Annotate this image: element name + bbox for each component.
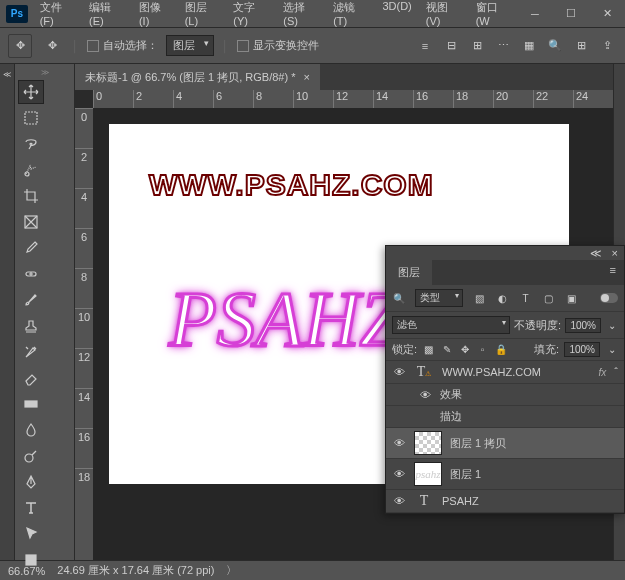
menu-filter[interactable]: 滤镜(T) bbox=[327, 0, 374, 31]
status-bar: 66.67% 24.69 厘米 x 17.64 厘米 (72 ppi) 〉 bbox=[0, 560, 625, 580]
type-tool[interactable] bbox=[18, 496, 44, 520]
gradient-tool[interactable] bbox=[18, 392, 44, 416]
panel-menu-icon[interactable]: ≡ bbox=[602, 260, 624, 285]
layer-row[interactable]: 👁 T⚠ WWW.PSAHZ.COM fx ˆ bbox=[386, 361, 624, 384]
filter-pixel-icon[interactable]: ▧ bbox=[473, 292, 486, 305]
more-icon[interactable]: ⋯ bbox=[493, 36, 513, 56]
menu-file[interactable]: 文件(F) bbox=[34, 0, 81, 31]
options-bar: ✥ ✥ │ 自动选择： 图层 │ 显示变换控件 ≡ ⊟ ⊞ ⋯ ▦ 🔍 ⊞ ⇪ bbox=[0, 28, 625, 64]
ruler-vertical: 024681012141618 bbox=[75, 108, 93, 560]
crop-tool[interactable] bbox=[18, 184, 44, 208]
stamp-tool[interactable] bbox=[18, 314, 44, 338]
svg-rect-0 bbox=[25, 112, 37, 124]
doc-dimensions: 24.69 厘米 x 17.64 厘米 (72 ppi) bbox=[57, 563, 214, 578]
pen-tool[interactable] bbox=[18, 470, 44, 494]
filter-shape-icon[interactable]: ▢ bbox=[542, 292, 555, 305]
3d-mode-icon[interactable]: ▦ bbox=[519, 36, 539, 56]
app-logo: Ps bbox=[6, 5, 28, 23]
lock-position-icon[interactable]: ✥ bbox=[458, 343, 471, 356]
visibility-icon[interactable]: 👁 bbox=[392, 366, 406, 378]
quick-select-tool[interactable] bbox=[18, 158, 44, 182]
maximize-icon[interactable]: ☐ bbox=[553, 0, 589, 28]
auto-select-checkbox[interactable]: 自动选择： bbox=[87, 38, 158, 53]
chevron-down-icon[interactable]: ⌄ bbox=[605, 319, 618, 332]
collapsed-panel-strip[interactable]: ≪ bbox=[0, 64, 15, 560]
align-icon[interactable]: ⊟ bbox=[441, 36, 461, 56]
dodge-tool[interactable] bbox=[18, 444, 44, 468]
filter-type-icon[interactable]: T bbox=[519, 292, 532, 305]
share-icon[interactable]: ⇪ bbox=[597, 36, 617, 56]
blend-mode-select[interactable]: 滤色 bbox=[392, 316, 510, 334]
menu-layer[interactable]: 图层(L) bbox=[179, 0, 226, 31]
opacity-input[interactable]: 100% bbox=[565, 318, 601, 333]
svg-point-1 bbox=[25, 172, 29, 176]
search-icon[interactable]: 🔍 bbox=[545, 36, 565, 56]
menu-image[interactable]: 图像(I) bbox=[133, 0, 177, 31]
move-icon[interactable]: ✥ bbox=[40, 34, 64, 58]
close-icon[interactable]: ✕ bbox=[589, 0, 625, 28]
history-brush-tool[interactable] bbox=[18, 340, 44, 364]
layers-list: 👁 T⚠ WWW.PSAHZ.COM fx ˆ 👁 效果 描边 👁 图层 1 拷… bbox=[386, 361, 624, 513]
workspace-icon[interactable]: ⊞ bbox=[571, 36, 591, 56]
visibility-icon[interactable]: 👁 bbox=[392, 437, 406, 449]
blur-tool[interactable] bbox=[18, 418, 44, 442]
filter-kind-select[interactable]: 类型 bbox=[415, 289, 463, 307]
visibility-icon[interactable]: 👁 bbox=[392, 468, 406, 480]
menu-edit[interactable]: 编辑(E) bbox=[83, 0, 131, 31]
layer-filter-row: 🔍 类型 ▧ ◐ T ▢ ▣ bbox=[386, 285, 624, 312]
menu-view[interactable]: 视图(V) bbox=[420, 0, 468, 31]
layer-row[interactable]: 👁 psahz 图层 1 bbox=[386, 459, 624, 490]
brush-tool[interactable] bbox=[18, 288, 44, 312]
visibility-icon[interactable]: 👁 bbox=[392, 495, 406, 507]
lock-pixels-icon[interactable]: ▩ bbox=[422, 343, 435, 356]
text-layer-outline: WWW.PSAHZ.COM bbox=[149, 168, 434, 202]
marquee-tool[interactable] bbox=[18, 106, 44, 130]
move-tool[interactable] bbox=[18, 80, 44, 104]
close-panel-icon[interactable]: × bbox=[612, 247, 618, 259]
document-tab[interactable]: 未标题-1 @ 66.7% (图层 1 拷贝, RGB/8#) *× bbox=[75, 64, 320, 90]
minimize-icon[interactable]: ─ bbox=[517, 0, 553, 28]
layer-effects-row[interactable]: 👁 效果 bbox=[386, 384, 624, 406]
menu-select[interactable]: 选择(S) bbox=[277, 0, 325, 31]
close-tab-icon[interactable]: × bbox=[303, 71, 309, 83]
filter-adjust-icon[interactable]: ◐ bbox=[496, 292, 509, 305]
eyedropper-tool[interactable] bbox=[18, 236, 44, 260]
layer-row[interactable]: 👁 图层 1 拷贝 bbox=[386, 428, 624, 459]
lock-artboard-icon[interactable]: ▫ bbox=[476, 343, 489, 356]
lock-brush-icon[interactable]: ✎ bbox=[440, 343, 453, 356]
fx-badge[interactable]: fx bbox=[599, 367, 607, 378]
hand-tool[interactable] bbox=[18, 574, 44, 580]
align-icon[interactable]: ⊞ bbox=[467, 36, 487, 56]
blend-opacity-row: 滤色 不透明度: 100% ⌄ bbox=[386, 312, 624, 339]
frame-tool[interactable] bbox=[18, 210, 44, 234]
svg-rect-6 bbox=[26, 555, 36, 565]
layer-row[interactable]: 👁 T PSAHZ bbox=[386, 490, 624, 513]
status-chevron-icon[interactable]: 〉 bbox=[226, 563, 237, 578]
ruler-horizontal: 024681012141618202224 bbox=[93, 90, 613, 108]
menu-window[interactable]: 窗口(W bbox=[470, 0, 517, 31]
collapse-icon[interactable]: ≪ bbox=[590, 247, 602, 260]
menu-3d[interactable]: 3D(D) bbox=[376, 0, 417, 31]
align-icon[interactable]: ≡ bbox=[415, 36, 435, 56]
shape-tool[interactable] bbox=[18, 548, 44, 572]
layers-tab[interactable]: 图层 bbox=[386, 260, 432, 285]
type-layer-icon: T⚠ bbox=[414, 364, 434, 380]
search-icon[interactable]: 🔍 bbox=[392, 292, 405, 305]
layer-thumb bbox=[414, 431, 442, 455]
chevron-up-icon[interactable]: ˆ bbox=[614, 366, 618, 378]
filter-toggle[interactable] bbox=[600, 293, 618, 303]
visibility-icon[interactable]: 👁 bbox=[418, 389, 432, 401]
tool-preset-icon[interactable]: ✥ bbox=[8, 34, 32, 58]
menu-type[interactable]: 文字(Y) bbox=[227, 0, 275, 31]
filter-smart-icon[interactable]: ▣ bbox=[565, 292, 578, 305]
lock-all-icon[interactable]: 🔒 bbox=[494, 343, 507, 356]
path-select-tool[interactable] bbox=[18, 522, 44, 546]
show-transform-checkbox[interactable]: 显示变换控件 bbox=[237, 38, 319, 53]
auto-select-target[interactable]: 图层 bbox=[166, 35, 214, 56]
chevron-down-icon[interactable]: ⌄ bbox=[605, 343, 618, 356]
eraser-tool[interactable] bbox=[18, 366, 44, 390]
lasso-tool[interactable] bbox=[18, 132, 44, 156]
fill-input[interactable]: 100% bbox=[564, 342, 600, 357]
healing-tool[interactable] bbox=[18, 262, 44, 286]
layer-effect-stroke[interactable]: 描边 bbox=[386, 406, 624, 428]
